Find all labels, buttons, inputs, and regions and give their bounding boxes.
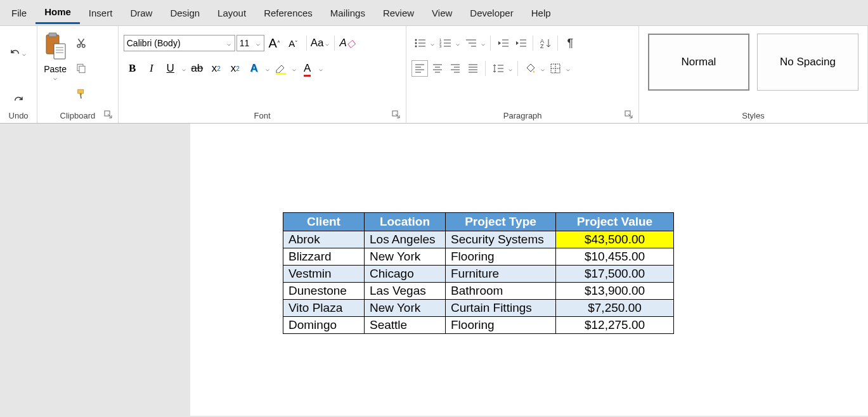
- tab-references[interactable]: References: [255, 3, 321, 23]
- text-effects-button[interactable]: A: [245, 60, 263, 77]
- table-row[interactable]: VestminChicagoFurniture$17,500.00: [283, 266, 674, 283]
- chevron-down-icon[interactable]: ⌵: [507, 65, 514, 72]
- tab-help[interactable]: Help: [522, 3, 560, 23]
- chevron-down-icon[interactable]: ⌵: [455, 40, 461, 47]
- table-cell[interactable]: New York: [365, 248, 446, 266]
- chevron-down-icon[interactable]: ⌵: [429, 40, 436, 47]
- table-cell[interactable]: $43,500.00: [556, 231, 674, 248]
- tab-layout[interactable]: Layout: [209, 3, 255, 23]
- table-cell[interactable]: Seattle: [365, 317, 446, 334]
- style-no-spacing[interactable]: No Spacing: [757, 34, 858, 91]
- align-center-button[interactable]: [429, 60, 446, 77]
- chevron-down-icon[interactable]: ⌵: [264, 65, 271, 72]
- undo-button[interactable]: ⌵: [10, 45, 27, 61]
- dialog-launcher-icon[interactable]: [625, 110, 633, 119]
- table-cell[interactable]: Security Systems: [446, 231, 556, 248]
- superscript-button[interactable]: x2: [226, 60, 244, 77]
- clear-formatting-button[interactable]: A◇: [339, 35, 356, 51]
- table-cell[interactable]: $13,900.00: [556, 283, 674, 300]
- increase-indent-button[interactable]: [512, 35, 529, 51]
- tab-insert[interactable]: Insert: [80, 3, 122, 23]
- borders-button[interactable]: [547, 60, 564, 77]
- subscript-button[interactable]: x2: [207, 60, 225, 77]
- table-cell[interactable]: Abrok: [283, 231, 365, 248]
- shading-button[interactable]: [522, 60, 538, 77]
- chevron-down-icon[interactable]: ⌵: [318, 65, 324, 72]
- chevron-down-icon[interactable]: ⌵: [565, 65, 571, 72]
- style-normal[interactable]: Normal: [648, 34, 749, 91]
- table-cell[interactable]: Flooring: [446, 317, 556, 334]
- document-page[interactable]: ClientLocationProject TypeProject Value …: [190, 124, 868, 416]
- table-cell[interactable]: Flooring: [446, 248, 556, 266]
- font-name-select[interactable]: Calibri (Body) ⌵: [124, 35, 235, 51]
- shrink-font-button[interactable]: A˅: [285, 35, 302, 51]
- strikethrough-button[interactable]: ab: [188, 60, 206, 77]
- tab-draw[interactable]: Draw: [121, 3, 161, 23]
- table-cell[interactable]: Blizzard: [283, 248, 365, 266]
- italic-button[interactable]: I: [143, 60, 160, 77]
- table-cell[interactable]: Las Vegas: [365, 283, 446, 300]
- table-row[interactable]: Vito PlazaNew YorkCurtain Fittings$7,250…: [283, 300, 674, 317]
- table-cell[interactable]: Vito Plaza: [283, 300, 365, 317]
- table-cell[interactable]: Curtain Fittings: [446, 300, 556, 317]
- table-cell[interactable]: $7,250.00: [556, 300, 674, 317]
- table-cell[interactable]: Dunestone: [283, 283, 365, 300]
- redo-button[interactable]: [10, 92, 27, 108]
- group-label-paragraph: Paragraph: [411, 108, 633, 122]
- tab-mailings[interactable]: Mailings: [321, 3, 374, 23]
- tab-developer[interactable]: Developer: [461, 3, 522, 23]
- justify-button[interactable]: [465, 60, 481, 77]
- show-paragraph-marks-button[interactable]: ¶: [562, 35, 578, 51]
- table-cell[interactable]: Domingo: [283, 317, 365, 334]
- grow-font-button[interactable]: A˄: [266, 35, 283, 51]
- table-cell[interactable]: Vestmin: [283, 266, 365, 283]
- dialog-launcher-icon[interactable]: [104, 110, 113, 119]
- chevron-down-icon[interactable]: ⌵: [291, 65, 297, 72]
- chevron-down-icon[interactable]: ⌵: [480, 40, 486, 47]
- table-row[interactable]: DomingoSeattleFlooring$12,275.00: [283, 317, 674, 334]
- table-row[interactable]: DunestoneLas VegasBathroom$13,900.00: [283, 283, 674, 300]
- paste-button[interactable]: Paste ⌵: [42, 32, 68, 81]
- tab-design[interactable]: Design: [161, 3, 209, 23]
- table-row[interactable]: BlizzardNew YorkFlooring$10,455.00: [283, 248, 674, 266]
- table-header[interactable]: Project Value: [556, 213, 674, 231]
- svg-rect-1: [49, 33, 56, 37]
- copy-button[interactable]: [73, 60, 89, 77]
- table-row[interactable]: AbrokLos AngelesSecurity Systems$43,500.…: [283, 231, 674, 248]
- highlight-button[interactable]: [272, 60, 290, 77]
- table-cell[interactable]: New York: [365, 300, 446, 317]
- align-right-button[interactable]: [447, 60, 463, 77]
- chevron-down-icon[interactable]: ⌵: [181, 65, 187, 72]
- table-header[interactable]: Project Type: [446, 213, 556, 231]
- font-color-button[interactable]: A: [299, 60, 316, 77]
- numbering-button[interactable]: 123: [437, 35, 453, 51]
- tab-review[interactable]: Review: [374, 3, 423, 23]
- format-painter-button[interactable]: [73, 86, 89, 102]
- chevron-down-icon[interactable]: ⌵: [540, 65, 546, 72]
- table-cell[interactable]: $17,500.00: [556, 266, 674, 283]
- sort-button[interactable]: AZ: [537, 35, 554, 51]
- table-cell[interactable]: $12,275.00: [556, 317, 674, 334]
- change-case-button[interactable]: Aa⌵: [311, 35, 330, 51]
- decrease-indent-button[interactable]: [495, 35, 511, 51]
- tab-file[interactable]: File: [3, 3, 36, 23]
- table-header[interactable]: Client: [283, 213, 365, 231]
- bold-button[interactable]: B: [124, 60, 141, 77]
- table-cell[interactable]: Bathroom: [446, 283, 556, 300]
- line-spacing-button[interactable]: [489, 60, 506, 77]
- table-cell[interactable]: Furniture: [446, 266, 556, 283]
- bullets-button[interactable]: [411, 35, 428, 51]
- table-cell[interactable]: Chicago: [365, 266, 446, 283]
- cut-button[interactable]: [73, 35, 89, 51]
- table-header[interactable]: Location: [365, 213, 446, 231]
- tab-view[interactable]: View: [423, 3, 461, 23]
- tab-home[interactable]: Home: [36, 1, 80, 24]
- dialog-launcher-icon[interactable]: [392, 110, 401, 119]
- font-size-select[interactable]: 11 ⌵: [236, 35, 264, 51]
- project-table[interactable]: ClientLocationProject TypeProject Value …: [283, 212, 674, 334]
- multilevel-list-button[interactable]: [462, 35, 479, 51]
- align-left-button[interactable]: [411, 60, 428, 77]
- table-cell[interactable]: Los Angeles: [365, 231, 446, 248]
- table-cell[interactable]: $10,455.00: [556, 248, 674, 266]
- underline-button[interactable]: U: [162, 60, 179, 77]
